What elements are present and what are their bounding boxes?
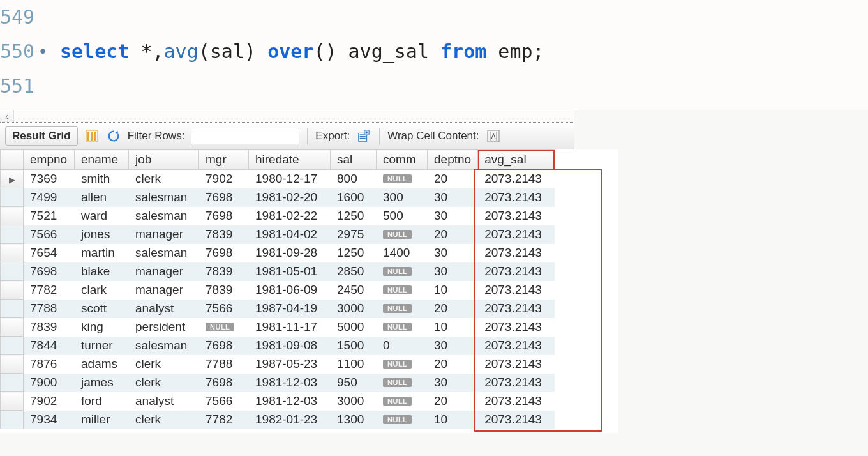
cell[interactable]: 1981-02-22 bbox=[249, 207, 331, 225]
column-header[interactable]: deptno bbox=[428, 150, 478, 170]
cell[interactable]: salesman bbox=[129, 337, 199, 355]
cell[interactable]: 2073.2143 bbox=[478, 262, 555, 281]
cell[interactable]: 2073.2143 bbox=[478, 337, 555, 355]
cell[interactable]: 7566 bbox=[24, 225, 75, 244]
wrap-cell-icon[interactable]: A bbox=[486, 128, 501, 144]
refresh-icon[interactable] bbox=[106, 128, 121, 144]
cell[interactable]: 7782 bbox=[199, 411, 249, 429]
cell[interactable]: adams bbox=[75, 355, 129, 374]
row-cursor[interactable] bbox=[1, 411, 24, 429]
cell[interactable]: 30 bbox=[428, 207, 478, 225]
table-row[interactable]: 7499allensalesman76981981-02-20160030030… bbox=[1, 188, 555, 207]
row-cursor[interactable] bbox=[1, 300, 24, 318]
cell[interactable]: 500 bbox=[377, 207, 428, 225]
cell[interactable]: salesman bbox=[129, 207, 199, 225]
cell[interactable]: 2073.2143 bbox=[478, 170, 555, 188]
cell[interactable]: king bbox=[75, 318, 129, 337]
cell[interactable]: 2975 bbox=[331, 225, 377, 244]
cell[interactable]: smith bbox=[75, 170, 129, 188]
cell[interactable]: 30 bbox=[428, 337, 478, 355]
sql-editor[interactable]: 549550•select *,avg(sal) over() avg_sal … bbox=[0, 0, 868, 110]
cell[interactable]: 7876 bbox=[24, 355, 75, 374]
cell[interactable]: 0 bbox=[377, 337, 428, 355]
table-row[interactable]: 7902fordanalyst75661981-12-033000NULL202… bbox=[1, 392, 555, 411]
cell[interactable]: 1300 bbox=[331, 411, 377, 429]
cell[interactable]: NULL bbox=[377, 262, 428, 281]
table-row[interactable]: 7782clarkmanager78391981-06-092450NULL10… bbox=[1, 281, 555, 300]
cell[interactable]: 7839 bbox=[24, 318, 75, 337]
row-cursor[interactable] bbox=[1, 262, 24, 281]
cell[interactable]: blake bbox=[75, 262, 129, 281]
cell[interactable]: 7566 bbox=[199, 392, 249, 411]
cell[interactable]: 7839 bbox=[199, 262, 249, 281]
column-header[interactable]: sal bbox=[331, 150, 377, 170]
cell[interactable]: 30 bbox=[428, 244, 478, 262]
cell[interactable]: 2073.2143 bbox=[478, 411, 555, 429]
cell[interactable]: 7698 bbox=[24, 262, 75, 281]
cell[interactable]: 3000 bbox=[331, 392, 377, 411]
cell[interactable]: 950 bbox=[331, 374, 377, 392]
cell[interactable]: 5000 bbox=[331, 318, 377, 337]
cell[interactable]: 7788 bbox=[24, 300, 75, 318]
cell[interactable]: 20 bbox=[428, 300, 478, 318]
row-cursor[interactable] bbox=[1, 318, 24, 337]
cell[interactable]: turner bbox=[75, 337, 129, 355]
table-row[interactable]: 7521wardsalesman76981981-02-221250500302… bbox=[1, 207, 555, 225]
cell[interactable]: 7844 bbox=[24, 337, 75, 355]
cell[interactable]: 1500 bbox=[331, 337, 377, 355]
cell[interactable]: allen bbox=[75, 188, 129, 207]
row-selector-header[interactable] bbox=[1, 150, 24, 170]
cell[interactable]: NULL bbox=[377, 225, 428, 244]
code-line[interactable]: 550•select *,avg(sal) over() avg_sal fro… bbox=[0, 34, 868, 69]
cell[interactable]: 300 bbox=[377, 188, 428, 207]
cell[interactable]: 1981-05-01 bbox=[249, 262, 331, 281]
cell[interactable]: 7698 bbox=[199, 188, 249, 207]
cell[interactable]: 1981-09-28 bbox=[249, 244, 331, 262]
horizontal-scroll-strip[interactable]: ‹ bbox=[0, 110, 574, 123]
cell[interactable]: 1600 bbox=[331, 188, 377, 207]
cell[interactable]: NULL bbox=[377, 281, 428, 300]
cell[interactable]: 2073.2143 bbox=[478, 281, 555, 300]
cell[interactable]: analyst bbox=[129, 300, 199, 318]
cell[interactable]: 1987-05-23 bbox=[249, 355, 331, 374]
table-row[interactable]: 7900jamesclerk76981981-12-03950NULL30207… bbox=[1, 374, 555, 392]
table-row[interactable]: 7839kingpersidentNULL1981-11-175000NULL1… bbox=[1, 318, 555, 337]
cell[interactable]: NULL bbox=[377, 318, 428, 337]
code-line[interactable]: 551 bbox=[0, 69, 868, 103]
cell[interactable]: persident bbox=[129, 318, 199, 337]
cell[interactable]: 1981-02-20 bbox=[249, 188, 331, 207]
cell[interactable]: NULL bbox=[377, 411, 428, 429]
cell[interactable]: NULL bbox=[199, 318, 249, 337]
cell[interactable]: scott bbox=[75, 300, 129, 318]
cell[interactable]: 3000 bbox=[331, 300, 377, 318]
cell[interactable]: 800 bbox=[331, 170, 377, 188]
row-cursor[interactable] bbox=[1, 281, 24, 300]
cell[interactable]: miller bbox=[75, 411, 129, 429]
cell[interactable]: clerk bbox=[129, 355, 199, 374]
cell[interactable]: 10 bbox=[428, 281, 478, 300]
cell[interactable]: 7788 bbox=[199, 355, 249, 374]
row-cursor[interactable] bbox=[1, 337, 24, 355]
filter-input[interactable] bbox=[191, 128, 299, 144]
cell[interactable]: NULL bbox=[377, 300, 428, 318]
row-cursor[interactable] bbox=[1, 392, 24, 411]
cell[interactable]: 2450 bbox=[331, 281, 377, 300]
cell[interactable]: 20 bbox=[428, 355, 478, 374]
cell[interactable]: james bbox=[75, 374, 129, 392]
row-cursor[interactable]: ▶ bbox=[1, 170, 24, 188]
cell[interactable]: 7902 bbox=[199, 170, 249, 188]
cell[interactable]: 1981-06-09 bbox=[249, 281, 331, 300]
column-header[interactable]: comm bbox=[377, 150, 428, 170]
cell[interactable]: 1981-09-08 bbox=[249, 337, 331, 355]
cell[interactable]: NULL bbox=[377, 392, 428, 411]
row-cursor[interactable] bbox=[1, 355, 24, 374]
cell[interactable]: 2073.2143 bbox=[478, 225, 555, 244]
cell[interactable]: ward bbox=[75, 207, 129, 225]
cell[interactable]: 1982-01-23 bbox=[249, 411, 331, 429]
cell[interactable]: 2850 bbox=[331, 262, 377, 281]
cell[interactable]: 7698 bbox=[199, 244, 249, 262]
table-row[interactable]: 7698blakemanager78391981-05-012850NULL30… bbox=[1, 262, 555, 281]
cell[interactable]: 7839 bbox=[199, 225, 249, 244]
row-cursor[interactable] bbox=[1, 188, 24, 207]
cell[interactable]: 7698 bbox=[199, 337, 249, 355]
